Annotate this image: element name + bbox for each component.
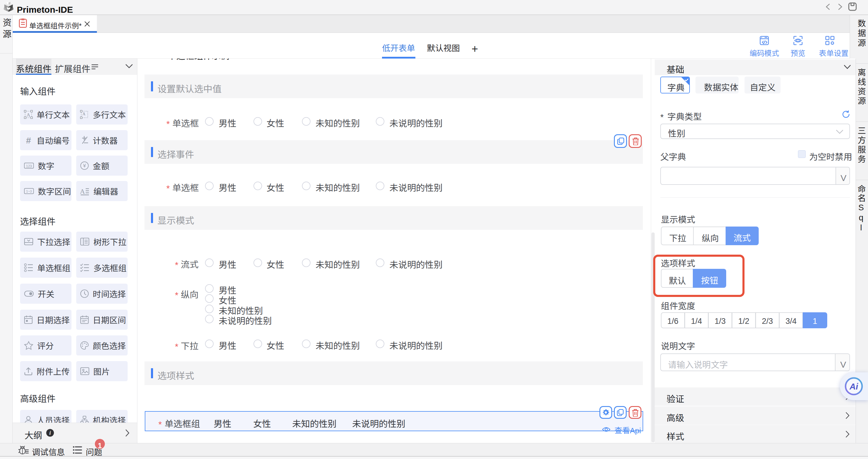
svg-text:A: A	[80, 188, 85, 195]
svg-text:1~3: 1~3	[26, 189, 32, 194]
svg-text:i: i	[49, 430, 51, 436]
svg-text:A: A	[83, 112, 86, 116]
svg-text:#: #	[26, 136, 31, 145]
svg-text:123: 123	[26, 163, 32, 168]
svg-text:¥: ¥	[83, 162, 86, 169]
svg-text:Ai: Ai	[849, 382, 859, 391]
svg-text:A: A	[27, 112, 30, 118]
